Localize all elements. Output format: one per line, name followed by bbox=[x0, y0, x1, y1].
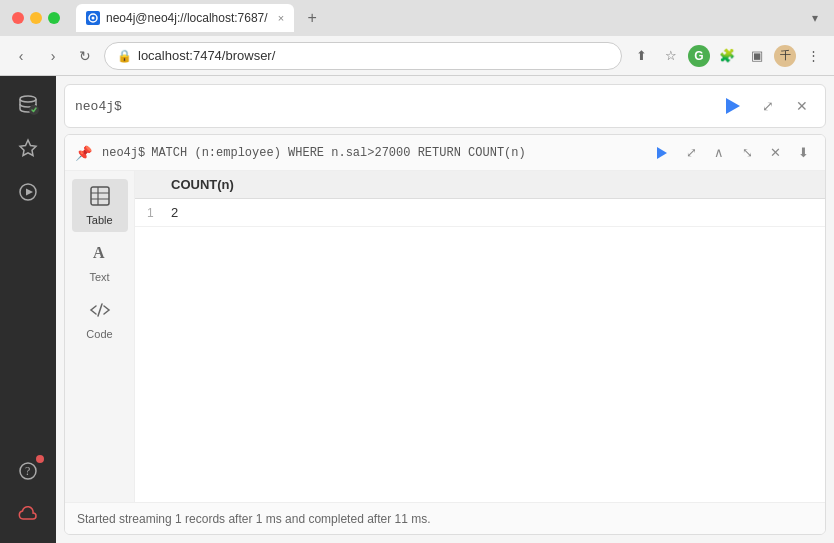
help-badge bbox=[36, 455, 44, 463]
svg-point-1 bbox=[92, 17, 95, 20]
svg-text:A: A bbox=[93, 244, 105, 261]
sidebar: ? bbox=[0, 76, 56, 543]
tab-favicon bbox=[86, 11, 100, 25]
table-area: COUNT(n) 1 2 bbox=[135, 171, 825, 502]
sidebar-icon-play[interactable] bbox=[8, 172, 48, 212]
result-panel: 📌 neo4j$ MATCH (n:employee) WHERE n.sal>… bbox=[64, 134, 826, 535]
expand-query-button[interactable]: ⤢ bbox=[755, 93, 781, 119]
table-cell-count: 2 bbox=[171, 205, 813, 220]
pin-icon[interactable]: 📌 bbox=[75, 145, 92, 161]
result-status: Started streaming 1 records after 1 ms a… bbox=[77, 512, 431, 526]
bookmark-icon[interactable]: ☆ bbox=[658, 43, 684, 69]
maximize-window-button[interactable] bbox=[48, 12, 60, 24]
forward-button[interactable]: › bbox=[40, 43, 66, 69]
g-icon[interactable]: G bbox=[688, 45, 710, 67]
sidebar-icon-cloud[interactable] bbox=[8, 495, 48, 535]
svg-line-14 bbox=[98, 304, 102, 316]
view-tabs: Table A Text bbox=[65, 171, 135, 502]
close-query-button[interactable]: ✕ bbox=[789, 93, 815, 119]
address-bar: ‹ › ↻ 🔒 localhost:7474/browser/ ⬆ ☆ G 🧩 … bbox=[0, 36, 834, 76]
extensions-icon[interactable]: 🧩 bbox=[714, 43, 740, 69]
svg-text:?: ? bbox=[25, 464, 30, 478]
result-icon-buttons: ⤢ ∧ ⤡ ✕ ⬇ bbox=[679, 141, 815, 165]
result-play-button[interactable] bbox=[651, 142, 673, 164]
title-bar: neo4j@neo4j://localhost:7687/ × + ▾ bbox=[0, 0, 834, 36]
app-content: ? neo4j$ ⤢ ✕ bbox=[0, 76, 834, 543]
text-icon: A bbox=[89, 242, 111, 269]
new-tab-button[interactable]: + bbox=[298, 4, 326, 32]
close-result-button[interactable]: ✕ bbox=[763, 141, 787, 165]
query-bar: neo4j$ ⤢ ✕ bbox=[64, 84, 826, 128]
lock-icon: 🔒 bbox=[117, 49, 132, 63]
result-prompt: neo4j$ bbox=[102, 146, 145, 160]
svg-rect-9 bbox=[91, 187, 109, 205]
table-header-num bbox=[147, 177, 171, 192]
address-wrap: 🔒 localhost:7474/browser/ bbox=[104, 42, 622, 70]
user-avatar[interactable]: 千 bbox=[774, 45, 796, 67]
result-body: Table A Text bbox=[65, 171, 825, 502]
table-row-num: 1 bbox=[147, 206, 171, 220]
close-window-button[interactable] bbox=[12, 12, 24, 24]
collapse-result-button[interactable]: ∧ bbox=[707, 141, 731, 165]
tab-code[interactable]: Code bbox=[72, 293, 128, 346]
maximize-result-button[interactable]: ⤡ bbox=[735, 141, 759, 165]
result-footer: Started streaming 1 records after 1 ms a… bbox=[65, 502, 825, 534]
tab-bar: neo4j@neo4j://localhost:7687/ × + ▾ bbox=[76, 4, 822, 32]
tab-text[interactable]: A Text bbox=[72, 236, 128, 289]
result-header: 📌 neo4j$ MATCH (n:employee) WHERE n.sal>… bbox=[65, 135, 825, 171]
tab-table-label: Table bbox=[86, 214, 112, 226]
svg-marker-4 bbox=[20, 140, 36, 156]
chrome-menu-icon[interactable]: ⋮ bbox=[800, 43, 826, 69]
tab-close-button[interactable]: × bbox=[278, 12, 284, 24]
sidebar-icon-database[interactable] bbox=[8, 84, 48, 124]
svg-marker-6 bbox=[26, 189, 33, 196]
toolbar-icons: ⬆ ☆ G 🧩 ▣ 千 ⋮ bbox=[628, 43, 826, 69]
svg-point-2 bbox=[20, 96, 36, 102]
play-icon-sm bbox=[657, 147, 667, 159]
address-box[interactable]: 🔒 localhost:7474/browser/ bbox=[104, 42, 622, 70]
code-icon bbox=[89, 299, 111, 326]
minimize-window-button[interactable] bbox=[30, 12, 42, 24]
expand-result-button[interactable]: ⤢ bbox=[679, 141, 703, 165]
address-text: localhost:7474/browser/ bbox=[138, 48, 275, 63]
main-area: neo4j$ ⤢ ✕ 📌 neo4j$ MATCH (n:employee) W… bbox=[56, 76, 834, 543]
share-icon[interactable]: ⬆ bbox=[628, 43, 654, 69]
tab-code-label: Code bbox=[86, 328, 112, 340]
table-col-header: COUNT(n) bbox=[171, 177, 813, 192]
play-icon bbox=[726, 98, 740, 114]
sidebar-icon-help[interactable]: ? bbox=[8, 451, 48, 491]
sidebar-icon-favorites[interactable] bbox=[8, 128, 48, 168]
table-body: 1 2 bbox=[135, 199, 825, 502]
table-icon bbox=[89, 185, 111, 212]
browser-tab[interactable]: neo4j@neo4j://localhost:7687/ × bbox=[76, 4, 294, 32]
tab-table[interactable]: Table bbox=[72, 179, 128, 232]
download-result-button[interactable]: ⬇ bbox=[791, 141, 815, 165]
sidebar-toggle-icon[interactable]: ▣ bbox=[744, 43, 770, 69]
run-query-button[interactable] bbox=[719, 92, 747, 120]
refresh-button[interactable]: ↻ bbox=[72, 43, 98, 69]
browser-menu-button[interactable]: ▾ bbox=[808, 7, 822, 29]
traffic-lights bbox=[12, 12, 60, 24]
tab-text-label: Text bbox=[89, 271, 109, 283]
back-button[interactable]: ‹ bbox=[8, 43, 34, 69]
tab-title: neo4j@neo4j://localhost:7687/ bbox=[106, 11, 268, 25]
query-prompt: neo4j$ bbox=[75, 99, 122, 114]
result-query: MATCH (n:employee) WHERE n.sal>27000 RET… bbox=[151, 146, 645, 160]
table-row: 1 2 bbox=[135, 199, 825, 227]
table-header: COUNT(n) bbox=[135, 171, 825, 199]
